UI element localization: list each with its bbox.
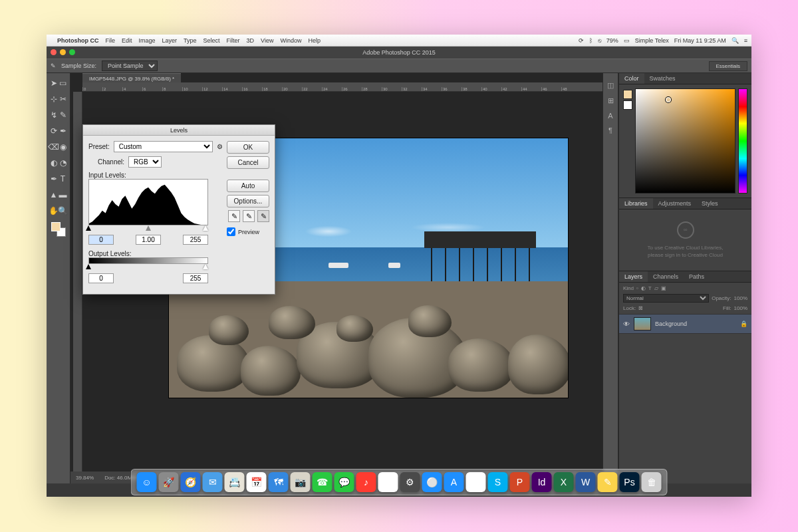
eraser-tool-icon[interactable]: ◉ [59,140,68,154]
menu-layer[interactable]: Layer [162,37,178,44]
layer-row[interactable]: 👁 Background 🔒 [619,314,751,334]
input-black-field[interactable] [88,235,114,245]
bluetooth-icon[interactable]: ᛒ [589,37,593,44]
ok-button[interactable]: OK [227,141,269,154]
preview-checkbox[interactable] [227,227,235,236]
preset-select[interactable]: Custom [114,141,213,152]
cloud-sync-icon[interactable]: ⟳ [579,37,584,44]
paths-tab[interactable]: Paths [684,271,710,282]
dock-app[interactable]: 📅 [247,472,267,492]
menu-select[interactable]: Select [203,37,220,44]
path-tool-icon[interactable]: ▲ [49,188,59,202]
shape-tool-icon[interactable]: ▬ [59,188,68,202]
dock-app[interactable]: 🗑 [642,472,662,492]
marquee-tool-icon[interactable]: ▭ [59,76,68,90]
layers-tab[interactable]: Layers [619,271,648,282]
dock-app[interactable]: ◉ [466,472,486,492]
dock-app[interactable]: ♪ [356,472,376,492]
dock-app[interactable]: A [444,472,464,492]
color-swatch-tool[interactable] [51,222,66,237]
dock-app[interactable]: ✉ [203,472,223,492]
dock-app[interactable]: Id [532,472,552,492]
output-slider[interactable] [88,265,208,271]
pen-tool-icon[interactable]: ✒ [49,172,59,186]
workspace-switcher[interactable]: Essentials [709,61,747,71]
dock-app[interactable]: 📷 [291,472,311,492]
input-slider[interactable] [88,227,208,232]
menu-image[interactable]: Image [139,37,156,44]
filter-shape-icon[interactable]: ▱ [654,285,658,291]
notification-center-icon[interactable]: ≡ [744,37,747,44]
menu-type[interactable]: Type [184,37,197,44]
dock-app[interactable]: P [510,472,530,492]
dock-app[interactable]: 🚀 [159,472,179,492]
levels-titlebar[interactable]: Levels [83,125,275,136]
eyedropper-tool-icon[interactable]: ✎ [51,63,56,69]
stamp-tool-icon[interactable]: ⌫ [49,140,59,154]
color-tab[interactable]: Color [619,73,644,84]
dock-app[interactable]: ✎ [598,472,618,492]
menu-help[interactable]: Help [308,37,321,44]
blur-tool-icon[interactable]: ◔ [59,156,68,170]
dock-app[interactable]: 🧭 [181,472,201,492]
menu-3d[interactable]: 3D [247,37,255,44]
dock-app[interactable]: ☺ [137,472,157,492]
dock-app[interactable]: ♫ [378,472,398,492]
zoom-tool-icon[interactable]: 🔍 [59,203,68,218]
history-panel-icon[interactable]: ◫ [607,81,614,90]
window-close-button[interactable] [51,49,57,55]
lock-all-icon[interactable]: ⊠ [638,305,643,311]
brush-tool-icon[interactable]: ✒ [59,124,68,138]
filter-adjustment-icon[interactable]: ◐ [641,285,646,291]
layer-name[interactable]: Background [655,321,687,327]
clock[interactable]: Fri May 11 9:25 AM [674,37,726,44]
dock-app[interactable]: Ps [620,472,640,492]
color-field[interactable] [635,88,735,194]
styles-tab[interactable]: Styles [696,198,724,209]
properties-panel-icon[interactable]: ⊞ [608,96,614,105]
wifi-icon[interactable]: ⎋ [598,37,601,44]
filter-smart-icon[interactable]: ▣ [661,285,666,291]
libraries-tab[interactable]: Libraries [619,198,653,209]
filter-pixel-icon[interactable]: ▫ [636,285,638,291]
channel-select[interactable]: RGB [128,156,162,168]
menu-view[interactable]: View [261,37,273,44]
gradient-tool-icon[interactable]: ◐ [49,156,59,170]
input-gamma-field[interactable] [136,235,161,245]
zoom-level[interactable]: 39.84% [76,475,94,481]
window-zoom-button[interactable] [69,49,75,55]
dock-app[interactable]: S [488,472,508,492]
output-white-field[interactable] [183,273,208,283]
dock-app[interactable]: ☎ [313,472,332,492]
auto-button[interactable]: Auto [227,180,269,192]
window-minimize-button[interactable] [60,49,66,55]
type-tool-icon[interactable]: T [59,172,68,186]
lasso-tool-icon[interactable]: ⊹ [49,92,59,106]
dock-app[interactable]: W [576,472,596,492]
eyedropper-icon[interactable]: ✎ [59,108,68,122]
input-white-field[interactable] [183,235,208,245]
menu-edit[interactable]: Edit [122,37,132,44]
filter-type-icon[interactable]: T [648,285,652,291]
blend-mode-select[interactable]: Normal [623,294,709,303]
character-panel-icon[interactable]: A [608,112,612,120]
background-swatch[interactable] [623,100,632,110]
opacity-value[interactable]: 100% [734,295,747,301]
battery-icon[interactable]: ▭ [624,37,630,44]
dock-app[interactable]: ⚪ [422,472,442,492]
app-menu[interactable]: Photoshop CC [57,37,99,44]
crop-tool-icon[interactable]: ✂ [59,92,68,106]
cancel-button[interactable]: Cancel [227,156,269,169]
paragraph-panel-icon[interactable]: ¶ [608,126,612,134]
move-tool-icon[interactable]: ➤ [49,76,59,90]
adjustments-tab[interactable]: Adjustments [653,198,697,209]
foreground-swatch[interactable] [623,90,632,99]
hand-tool-icon[interactable]: ✋ [49,203,59,218]
dock-app[interactable]: 💬 [334,472,354,492]
dock-app[interactable]: 🗺 [269,472,289,492]
spotlight-icon[interactable]: 🔍 [732,37,739,44]
black-point-eyedropper-icon[interactable]: ✎ [228,210,240,222]
hue-slider[interactable] [738,88,747,194]
output-black-field[interactable] [88,273,114,283]
menu-file[interactable]: File [106,37,116,44]
